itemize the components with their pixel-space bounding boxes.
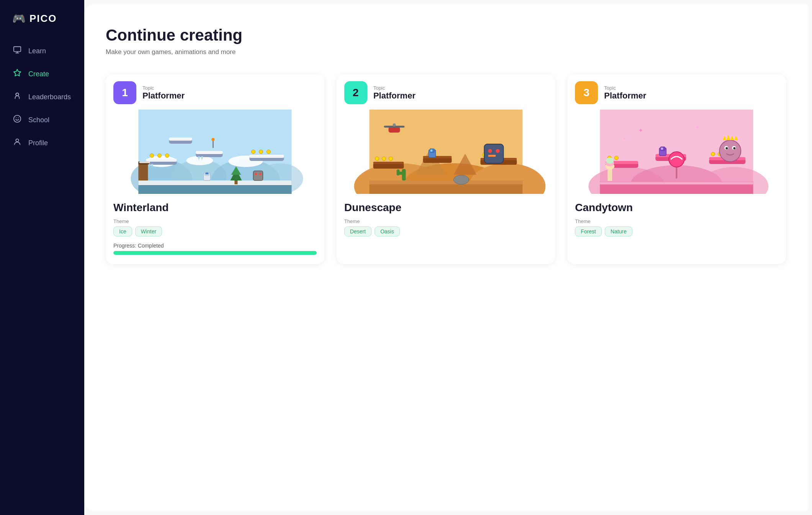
topic-label-3: Topic bbox=[604, 85, 646, 91]
svg-marker-3 bbox=[14, 69, 21, 76]
sidebar-item-leaderboards[interactable]: Leaderboards bbox=[6, 86, 78, 108]
card-dunescape[interactable]: 2 Topic Platformer bbox=[337, 74, 555, 264]
svg-rect-47 bbox=[138, 163, 148, 180]
svg-point-83 bbox=[393, 123, 396, 126]
theme-tags-winterland: Ice Winter bbox=[113, 226, 317, 236]
sidebar-item-school[interactable]: School bbox=[6, 109, 78, 131]
topic-badge-3: 3 bbox=[575, 81, 598, 104]
logo: 🎮 PICO bbox=[0, 12, 84, 40]
topic-info-1: Topic Platformer bbox=[142, 85, 185, 101]
sidebar-item-profile[interactable]: Profile bbox=[6, 132, 78, 154]
profile-icon bbox=[12, 138, 22, 148]
svg-point-84 bbox=[453, 175, 469, 184]
theme-tag-desert: Desert bbox=[344, 226, 372, 236]
svg-rect-25 bbox=[249, 155, 284, 158]
svg-rect-27 bbox=[169, 138, 192, 141]
sidebar-item-label-learn: Learn bbox=[28, 47, 46, 55]
logo-icon: 🎮 bbox=[12, 12, 26, 25]
card-body-dunescape: Dunescape Theme Desert Oasis bbox=[337, 194, 555, 264]
svg-point-46 bbox=[259, 173, 261, 175]
progress-section-winterland: Progress: Completed bbox=[113, 243, 317, 255]
topic-label-1: Topic bbox=[142, 85, 185, 91]
logo-text: PICO bbox=[29, 13, 57, 25]
svg-point-40 bbox=[267, 150, 270, 154]
card-body-candytown: Candytown Theme Forest Nature bbox=[567, 194, 786, 264]
topic-name-1: Platformer bbox=[142, 91, 185, 101]
card-winterland[interactable]: 1 Topic Platformer bbox=[106, 74, 324, 264]
theme-tag-nature: Nature bbox=[605, 226, 632, 236]
svg-point-76 bbox=[430, 149, 432, 152]
svg-point-116 bbox=[661, 148, 663, 150]
svg-point-45 bbox=[255, 173, 257, 175]
svg-point-38 bbox=[251, 150, 255, 154]
svg-rect-60 bbox=[373, 163, 404, 169]
svg-point-5 bbox=[16, 93, 18, 96]
svg-point-102 bbox=[711, 152, 715, 156]
svg-rect-73 bbox=[396, 169, 399, 175]
svg-rect-44 bbox=[253, 171, 263, 180]
svg-point-37 bbox=[165, 154, 169, 157]
cards-grid: 1 Topic Platformer bbox=[106, 74, 786, 264]
theme-tag-forest: Forest bbox=[575, 226, 602, 236]
sidebar-nav: Learn Create Leaderboards bbox=[0, 40, 84, 154]
game-scene-winterland bbox=[106, 110, 324, 194]
theme-section-candytown: Theme Forest Nature bbox=[575, 218, 778, 236]
theme-tag-ice: Ice bbox=[113, 226, 132, 236]
svg-rect-21 bbox=[146, 159, 177, 162]
svg-point-35 bbox=[150, 154, 154, 157]
svg-rect-49 bbox=[139, 161, 150, 163]
theme-label-winterland: Theme bbox=[113, 218, 317, 224]
game-title-candytown: Candytown bbox=[575, 202, 778, 214]
svg-rect-43 bbox=[205, 172, 208, 174]
sidebar-item-label-profile: Profile bbox=[28, 139, 48, 147]
svg-point-9 bbox=[16, 139, 18, 142]
svg-point-68 bbox=[389, 157, 393, 161]
svg-point-6 bbox=[14, 115, 21, 122]
card-candytown[interactable]: 3 Topic Platformer bbox=[567, 74, 786, 264]
svg-point-112 bbox=[733, 147, 736, 149]
game-scene-candytown: ✦ ✦ ✦ bbox=[567, 110, 786, 194]
theme-label-candytown: Theme bbox=[575, 218, 778, 224]
theme-section-winterland: Theme Ice Winter bbox=[113, 218, 317, 236]
topic-name-2: Platformer bbox=[373, 91, 416, 101]
progress-bar-bg-winterland bbox=[113, 251, 317, 255]
svg-point-78 bbox=[488, 149, 492, 153]
sidebar-item-learn[interactable]: Learn bbox=[6, 40, 78, 62]
topic-info-3: Topic Platformer bbox=[604, 85, 646, 101]
card-header-dunescape: 2 Topic Platformer bbox=[337, 74, 555, 110]
sidebar-item-create[interactable]: Create bbox=[6, 63, 78, 85]
theme-tag-winter: Winter bbox=[135, 226, 162, 236]
svg-rect-19 bbox=[138, 180, 291, 185]
svg-point-108 bbox=[720, 140, 741, 162]
svg-rect-0 bbox=[14, 47, 21, 52]
topic-badge-1: 1 bbox=[113, 81, 136, 104]
topic-badge-2: 2 bbox=[344, 81, 367, 104]
progress-label-winterland: Progress: Completed bbox=[113, 243, 317, 249]
svg-point-79 bbox=[496, 149, 499, 153]
svg-text:✦: ✦ bbox=[638, 127, 643, 134]
svg-rect-77 bbox=[484, 144, 503, 163]
topic-name-3: Platformer bbox=[604, 91, 646, 101]
sidebar-item-label-create: Create bbox=[28, 70, 49, 78]
theme-section-dunescape: Theme Desert Oasis bbox=[344, 218, 548, 236]
svg-point-67 bbox=[382, 157, 386, 161]
svg-rect-62 bbox=[423, 157, 452, 163]
game-title-winterland: Winterland bbox=[113, 202, 317, 214]
page-subtitle: Make your own games, animations and more bbox=[106, 48, 786, 56]
learn-icon bbox=[12, 46, 22, 56]
svg-rect-80 bbox=[488, 155, 496, 157]
theme-tags-candytown: Forest Nature bbox=[575, 226, 778, 236]
page-title: Continue creating bbox=[106, 26, 786, 44]
svg-point-36 bbox=[157, 154, 161, 157]
svg-point-101 bbox=[615, 156, 619, 160]
svg-rect-63 bbox=[423, 156, 452, 158]
theme-tag-oasis: Oasis bbox=[375, 226, 400, 236]
card-body-winterland: Winterland Theme Ice Winter Progress: Co… bbox=[106, 194, 324, 264]
sidebar-item-label-school: School bbox=[28, 116, 49, 124]
game-title-dunescape: Dunescape bbox=[344, 202, 548, 214]
svg-rect-81 bbox=[388, 127, 400, 133]
topic-info-2: Topic Platformer bbox=[373, 85, 416, 101]
svg-rect-57 bbox=[369, 180, 522, 184]
sidebar-item-label-leaderboards: Leaderboards bbox=[28, 93, 71, 101]
svg-point-51 bbox=[211, 138, 214, 141]
